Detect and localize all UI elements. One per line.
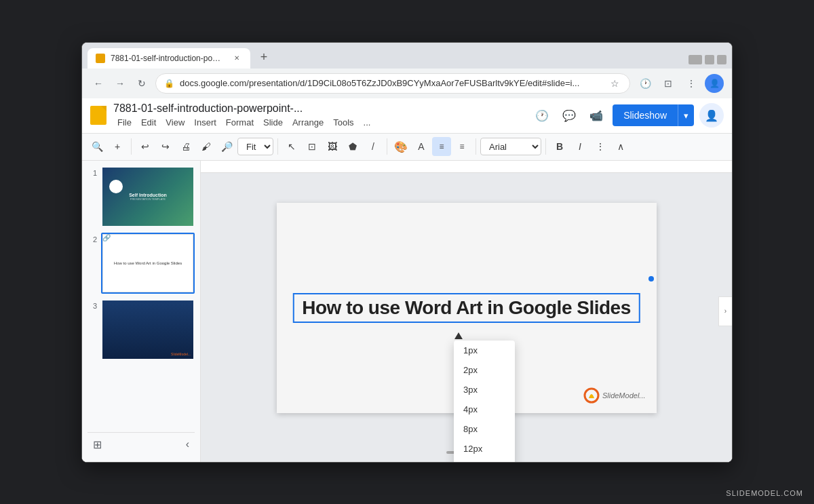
separator-2 [277, 138, 278, 155]
cursor-tool[interactable]: ↖ [282, 137, 301, 156]
insert-button[interactable]: + [108, 137, 127, 156]
slideshow-button[interactable]: Slideshow [613, 104, 678, 126]
more-options-button[interactable]: ⋮ [591, 137, 610, 156]
tab-search-icon[interactable]: ⊡ [659, 74, 678, 93]
history-icon[interactable]: 🕐 [636, 74, 655, 93]
collapse-toolbar-button[interactable]: ∧ [611, 137, 630, 156]
border-16px[interactable]: 16px [454, 459, 515, 462]
slide-panel: 1 Self Introduction PRESENTATION TEMPLAT… [82, 161, 201, 462]
paint-format-button[interactable]: 🖌 [197, 137, 216, 156]
menu-arrange[interactable]: Arrange [288, 116, 328, 129]
border-weight-dropdown: 1px 2px 3px 4px 8px 12px 16px 24px [454, 341, 515, 462]
border-12px[interactable]: 12px [454, 439, 515, 459]
slide-thumb-container-3: SlideModel... [101, 299, 195, 360]
comments-icon[interactable]: 💬 [558, 104, 580, 126]
forward-button[interactable]: → [112, 75, 128, 92]
border-4px[interactable]: 4px [454, 400, 515, 419]
meet-icon[interactable]: 📹 [585, 104, 607, 126]
border-3px[interactable]: 3px [454, 380, 515, 400]
tab-close-button[interactable]: ✕ [231, 53, 242, 64]
fill-color-button[interactable]: 🎨 [391, 137, 410, 156]
border-8px[interactable]: 8px [454, 419, 515, 439]
border-2px[interactable]: 2px [454, 360, 515, 380]
slide-number-1: 1 [88, 169, 97, 177]
slideshow-dropdown-button[interactable]: ▾ [678, 104, 694, 126]
history-icon[interactable]: 🕐 [531, 104, 553, 126]
close-button[interactable] [717, 55, 726, 64]
separator-1 [131, 138, 132, 155]
address-bar[interactable]: 🔒 docs.google.com/presentation/d/1D9CiL0… [155, 73, 630, 94]
menu-format[interactable]: Format [222, 116, 258, 129]
slides-toolbar: 🔍 + ↩ ↪ 🖨 🖌 🔎 Fit ↖ ⊡ 🖼 ⬟ / 🎨 A ≡ ≡ Ari [82, 134, 732, 161]
border-weight-button[interactable]: ≡ [452, 137, 471, 156]
slides-logo [90, 106, 106, 125]
menu-file[interactable]: File [113, 116, 136, 129]
grid-view-icon[interactable]: ⊞ [93, 438, 102, 451]
slidemodel-logo-icon [583, 387, 600, 404]
tab-title: 7881-01-self-introduction-powe... [111, 54, 226, 63]
menu-insert[interactable]: Insert [190, 116, 220, 129]
browser-toolbar: ← → ↻ 🔒 docs.google.com/presentation/d/1… [82, 69, 732, 98]
slide-thumbnail-1[interactable]: Self Introduction PRESENTATION TEMPLATE [101, 166, 195, 227]
separator-3 [387, 138, 387, 155]
lock-icon: 🔒 [164, 79, 174, 88]
minimize-button[interactable] [689, 55, 702, 64]
zoom-select[interactable]: Fit [237, 138, 273, 155]
menu-view[interactable]: View [161, 116, 189, 129]
slide-text-content[interactable]: How to use Word Art in Google Slides [292, 293, 640, 323]
menu-edit[interactable]: Edit [137, 116, 160, 129]
share-button[interactable]: 👤 [699, 103, 724, 128]
back-button[interactable]: ← [90, 75, 106, 92]
menu-tools[interactable]: Tools [329, 116, 357, 129]
doc-title-area: 7881-01-self-introduction-powerpoint-...… [113, 102, 524, 129]
slide-thumb-container-1: Self Introduction PRESENTATION TEMPLATE [101, 166, 195, 227]
slide-thumbnail-3[interactable]: SlideModel... [101, 299, 195, 360]
slide2-text: How to use Word Art in Google Slides [111, 258, 185, 268]
text-box-tool[interactable]: ⊡ [303, 137, 322, 156]
bold-button[interactable]: B [550, 137, 569, 156]
separator-5 [545, 138, 546, 155]
slide3-bg: SlideModel... [102, 301, 193, 359]
doc-title[interactable]: 7881-01-self-introduction-powerpoint-... [113, 102, 330, 115]
undo-button[interactable]: ↩ [136, 137, 155, 156]
menu-slide[interactable]: Slide [259, 116, 287, 129]
line-tool[interactable]: / [364, 137, 383, 156]
maximize-button[interactable] [705, 55, 714, 64]
slides-header: 7881-01-self-introduction-powerpoint-...… [82, 98, 732, 134]
image-tool[interactable]: 🖼 [323, 137, 342, 156]
canvas-logo-text: SlideModel... [602, 391, 646, 400]
font-select[interactable]: Arial [480, 138, 541, 155]
browser-titlebar: 7881-01-self-introduction-powe... ✕ + [82, 43, 732, 69]
list-item: 1 Self Introduction PRESENTATION TEMPLAT… [88, 166, 195, 227]
bookmark-icon[interactable]: ☆ [608, 77, 621, 90]
reload-button[interactable]: ↻ [134, 75, 150, 92]
browser-menu-icon[interactable]: ⋮ [682, 74, 701, 93]
watermark-text: SLIDEMODEL.COM [726, 489, 803, 497]
profile-button[interactable]: 👤 [705, 74, 724, 93]
zoom-out-button[interactable]: 🔍 [88, 137, 106, 156]
active-tab[interactable]: 7881-01-self-introduction-powe... ✕ [88, 48, 250, 69]
slide-number-2: 2 [88, 235, 97, 244]
window-controls [689, 55, 726, 64]
zoom-in-button[interactable]: 🔎 [217, 137, 236, 156]
list-item: 3 SlideModel... [88, 299, 195, 360]
slide1-subtitle: PRESENTATION TEMPLATE [130, 197, 166, 201]
text-color-button[interactable]: A [412, 137, 431, 156]
tab-favicon [96, 54, 105, 63]
shape-tool[interactable]: ⬟ [343, 137, 362, 156]
slide-thumbnail-2[interactable]: How to use Word Art in Google Slides [101, 233, 195, 294]
right-panel-collapse-button[interactable]: › [718, 296, 732, 326]
border-1px[interactable]: 1px [454, 341, 515, 360]
border-color-button[interactable]: ≡ [432, 137, 451, 156]
browser-window: 7881-01-self-introduction-powe... ✕ + ← … [81, 42, 733, 463]
panel-collapse-icon[interactable]: ‹ [186, 438, 189, 450]
redo-button[interactable]: ↪ [156, 137, 175, 156]
italic-button[interactable]: I [570, 137, 589, 156]
menu-more[interactable]: ... [360, 116, 375, 129]
selection-handle-top-right [648, 276, 654, 282]
slide-thumb-container-2: 🔗 How to use Word Art in Google Slides [101, 233, 195, 294]
list-item: 2 🔗 How to use Word Art in Google Slides [88, 233, 195, 294]
new-tab-button[interactable]: + [254, 48, 273, 67]
slides-main: 1 Self Introduction PRESENTATION TEMPLAT… [82, 161, 732, 462]
print-button[interactable]: 🖨 [176, 137, 195, 156]
